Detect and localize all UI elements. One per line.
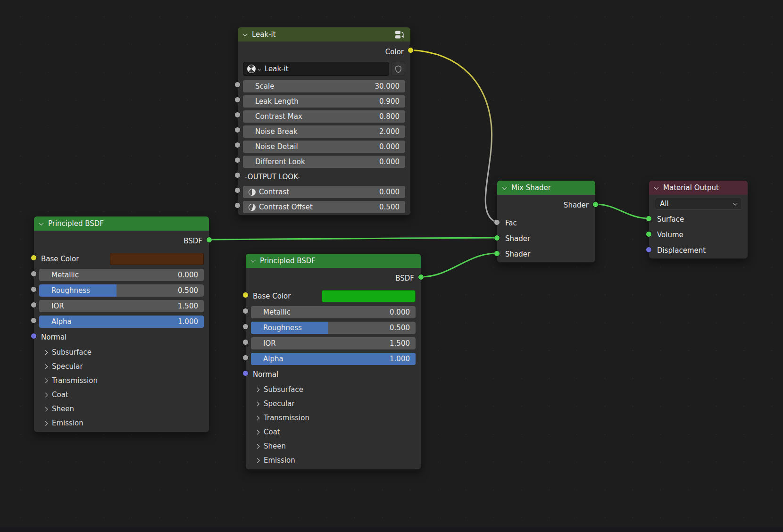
base-color-swatch[interactable] — [110, 253, 204, 265]
socket-input-surface[interactable] — [646, 216, 652, 222]
slider-label: Leak Length — [243, 97, 299, 106]
node-principled-bsdf-2[interactable]: Principled BSDF BSDF Base Color Metallic… — [245, 253, 421, 470]
section-subsurface[interactable]: Subsurface — [251, 382, 416, 397]
socket-input-metallic[interactable] — [31, 271, 37, 277]
node-header[interactable]: Principled BSDF — [246, 254, 421, 268]
slider-alpha[interactable]: Alpha 1.000 — [251, 353, 416, 365]
socket-output-bsdf[interactable] — [418, 274, 424, 280]
chevron-down-icon[interactable] — [243, 32, 248, 36]
slider-label: Different Look — [243, 158, 305, 166]
slider-contrast[interactable]: Contrast 0.000 — [243, 186, 405, 198]
socket-input-noise-detail[interactable] — [234, 142, 241, 148]
node-editor-canvas[interactable]: Leak-it Color Sca — [0, 0, 783, 532]
node-header[interactable]: Material Output — [649, 181, 748, 195]
chevron-right-icon — [255, 387, 260, 392]
slider-noise-break[interactable]: Noise Break 2.000 — [243, 125, 405, 138]
socket-input-alpha[interactable] — [242, 355, 249, 361]
wire-shader-to-surface — [596, 204, 649, 218]
section-label: Transmission — [264, 414, 309, 422]
socket-input-contrast[interactable] — [234, 187, 241, 193]
chevron-right-icon — [43, 421, 48, 425]
slider-value: 0.500 — [390, 324, 416, 332]
section-emission[interactable]: Emission — [251, 453, 416, 467]
browse-chevron-icon[interactable] — [258, 67, 261, 70]
chevron-down-icon[interactable] — [502, 185, 507, 190]
slider-leak-length[interactable]: Leak Length 0.900 — [243, 95, 405, 108]
chevron-down-icon[interactable] — [654, 185, 659, 190]
wire-color-to-fac-outline — [411, 50, 495, 222]
chevron-right-icon — [255, 430, 260, 434]
nodetree-name-field[interactable] — [243, 62, 389, 76]
socket-input-alpha[interactable] — [31, 317, 37, 324]
node-header[interactable]: Mix Shader — [497, 181, 595, 195]
socket-input-output-look[interactable] — [234, 172, 241, 178]
slider-value: 1.000 — [178, 317, 204, 326]
slider-contrast-offset[interactable]: Contrast Offset 0.500 — [243, 201, 405, 213]
socket-input-volume[interactable] — [646, 231, 652, 237]
socket-input-base-color[interactable] — [31, 255, 37, 261]
section-transmission[interactable]: Transmission — [39, 374, 204, 388]
input-label: Volume — [657, 231, 683, 239]
slider-contrast-max[interactable]: Contrast Max 0.800 — [243, 110, 405, 123]
socket-input-contrast-offset[interactable] — [234, 202, 241, 208]
slider-ior[interactable]: IOR 1.500 — [39, 300, 204, 312]
base-color-swatch[interactable] — [322, 290, 416, 302]
section-sheen[interactable]: Sheen — [39, 402, 204, 416]
socket-input-metallic[interactable] — [242, 308, 249, 314]
slider-metallic[interactable]: Metallic 0.000 — [251, 306, 416, 318]
socket-input-ior[interactable] — [31, 302, 37, 308]
chevron-down-icon — [733, 201, 738, 206]
slider-value: 0.000 — [379, 142, 405, 151]
slider-different-look[interactable]: Different Look 0.000 — [243, 156, 405, 168]
material-sphere-icon[interactable] — [247, 65, 256, 73]
socket-output-bsdf[interactable] — [206, 237, 212, 243]
section-subsurface[interactable]: Subsurface — [39, 345, 204, 359]
slider-label: Metallic — [251, 308, 291, 316]
socket-input-roughness[interactable] — [31, 286, 37, 292]
socket-input-shader-2[interactable] — [494, 250, 500, 257]
slider-roughness[interactable]: Roughness 0.500 — [39, 284, 204, 297]
section-specular[interactable]: Specular — [251, 397, 416, 411]
socket-input-displacement[interactable] — [646, 247, 652, 253]
output-label: BSDF — [395, 274, 414, 283]
fake-user-button[interactable] — [391, 62, 405, 76]
node-leakit-header[interactable]: Leak-it — [238, 27, 410, 42]
section-emission[interactable]: Emission — [39, 416, 204, 430]
slider-metallic[interactable]: Metallic 0.000 — [39, 269, 204, 281]
socket-input-fac[interactable] — [494, 219, 500, 225]
node-leakit[interactable]: Leak-it Color Sca — [237, 27, 411, 216]
node-header[interactable]: Principled BSDF — [34, 216, 209, 231]
socket-input-contrast-max[interactable] — [234, 112, 241, 118]
section-coat[interactable]: Coat — [39, 388, 204, 402]
socket-input-base-color[interactable] — [242, 292, 249, 298]
nodetree-name-input[interactable] — [265, 65, 385, 73]
socket-input-different-look[interactable] — [234, 157, 241, 163]
socket-input-roughness[interactable] — [242, 324, 249, 330]
slider-alpha[interactable]: Alpha 1.000 — [39, 316, 204, 328]
section-specular[interactable]: Specular — [39, 359, 204, 374]
socket-input-normal[interactable] — [242, 370, 249, 376]
socket-input-ior[interactable] — [242, 339, 249, 345]
socket-output-shader[interactable] — [592, 201, 599, 208]
socket-input-scale[interactable] — [234, 82, 241, 88]
socket-output-color[interactable] — [408, 47, 414, 53]
render-target-dropdown[interactable]: All — [655, 198, 742, 210]
section-transmission[interactable]: Transmission — [251, 411, 416, 425]
node-title: Material Output — [663, 183, 742, 192]
socket-input-noise-break[interactable] — [234, 127, 241, 133]
slider-roughness[interactable]: Roughness 0.500 — [251, 322, 416, 334]
socket-input-shader-1[interactable] — [494, 235, 500, 241]
slider-noise-detail[interactable]: Noise Detail 0.000 — [243, 141, 405, 153]
section-coat[interactable]: Coat — [251, 425, 416, 439]
node-principled-bsdf-1[interactable]: Principled BSDF BSDF Base Color Metallic… — [33, 216, 209, 432]
slider-ior[interactable]: IOR 1.500 — [251, 337, 416, 349]
slider-scale[interactable]: Scale 30.000 — [243, 80, 405, 92]
section-sheen[interactable]: Sheen — [251, 439, 416, 453]
socket-input-normal[interactable] — [31, 333, 37, 339]
node-material-output[interactable]: Material Output All Surface Volume Displ… — [649, 180, 748, 259]
chevron-down-icon[interactable] — [39, 221, 44, 225]
base-color-label: Base Color — [251, 292, 291, 300]
chevron-down-icon[interactable] — [251, 258, 256, 263]
socket-input-leak-length[interactable] — [234, 97, 241, 103]
node-mix-shader[interactable]: Mix Shader Shader Fac Shader Shader — [497, 180, 596, 263]
